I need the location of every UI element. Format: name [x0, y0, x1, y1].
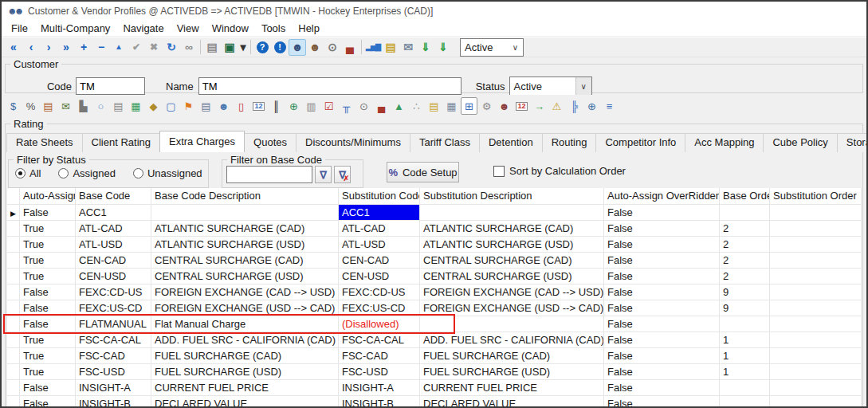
- column-header-auto-assign-overridden[interactable]: Auto-Assign OverRidden: [604, 188, 720, 205]
- cell-sub_order[interactable]: [770, 348, 862, 364]
- cell-sub_order[interactable]: [770, 364, 862, 380]
- notepad-icon[interactable]: ▤: [426, 97, 442, 115]
- menu-item-window[interactable]: Window: [206, 21, 255, 36]
- code-setup-button[interactable]: % Code Setup: [387, 162, 459, 182]
- cell-overridden[interactable]: False: [604, 396, 720, 408]
- customer-status-dropdown[interactable]: Active ∨: [509, 76, 592, 96]
- table-row[interactable]: TrueFSC-CA-CALADD. FUEL SRC - CALIFORNIA…: [6, 332, 862, 348]
- storage-box-icon[interactable]: ▢: [163, 97, 179, 115]
- report-doc-icon[interactable]: ≡: [601, 97, 618, 115]
- cell-sub_order[interactable]: [770, 205, 862, 221]
- tab-extra-charges[interactable]: Extra Charges: [159, 131, 245, 152]
- cell-sub_code[interactable]: ATL-USD: [339, 237, 420, 253]
- cell-auto_assign[interactable]: True: [20, 253, 76, 269]
- print-icon[interactable]: ▤: [110, 97, 127, 115]
- group-icon[interactable]: ∴: [408, 97, 425, 115]
- flag-icon[interactable]: ⚑: [180, 97, 197, 115]
- row-selector-cell[interactable]: [6, 396, 20, 408]
- cell-sub_desc[interactable]: ATLANTIC SURCHARGE (CAD): [420, 221, 604, 237]
- cell-overridden[interactable]: False: [604, 348, 720, 364]
- next-record-icon[interactable]: ›: [40, 39, 57, 56]
- cell-base_desc[interactable]: CENTRAL SURCHARGE (CAD): [151, 253, 339, 269]
- cell-sub_code[interactable]: FEXC:US-CD: [339, 300, 420, 316]
- import-icon[interactable]: ⇓: [417, 39, 434, 56]
- column-header-substitution-description[interactable]: Substitution Description: [420, 188, 604, 205]
- cell-sub_code[interactable]: CEN-CAD: [339, 253, 420, 269]
- cell-base_code[interactable]: FEXC:US-CD: [76, 300, 151, 316]
- cell-sub_desc[interactable]: FUEL SURCHARGE (USD): [420, 364, 604, 380]
- cell-auto_assign[interactable]: True: [20, 364, 76, 380]
- wrench-icon[interactable]: ⚙: [478, 97, 495, 115]
- cell-sub_code[interactable]: INSIGHT-A: [339, 380, 420, 396]
- cell-sub_desc[interactable]: DECLARED VALUE: [420, 396, 604, 408]
- cell-base_desc[interactable]: FUEL SURCHARGE (CAD): [151, 348, 339, 364]
- cell-sub_code[interactable]: ATL-CAD: [339, 221, 420, 237]
- column-header-substitution-order[interactable]: Substitution Order: [770, 188, 862, 205]
- vendor-profile-icon[interactable]: ☻: [306, 39, 324, 56]
- column-header-auto-assign[interactable]: Auto-Assign: [20, 188, 76, 205]
- tab-tariff-class[interactable]: Tariff Class: [410, 133, 480, 152]
- customer-code-input[interactable]: [76, 77, 145, 95]
- cell-base_order[interactable]: [720, 396, 770, 408]
- cell-overridden[interactable]: False: [604, 364, 720, 380]
- cell-base_desc[interactable]: ATLANTIC SURCHARGE (CAD): [151, 221, 339, 237]
- filter-clear-icon[interactable]: ∇✗: [334, 166, 351, 183]
- cell-base_code[interactable]: ATL-CAD: [76, 221, 151, 237]
- cell-sub_order[interactable]: [770, 300, 862, 316]
- globe-icon[interactable]: ⊕: [285, 97, 302, 115]
- cell-auto_assign[interactable]: False: [20, 300, 76, 316]
- cell-base_code[interactable]: CEN-CAD: [76, 253, 151, 269]
- add-record-icon[interactable]: +: [75, 39, 92, 56]
- tab-routing[interactable]: Routing: [542, 133, 597, 152]
- cell-auto_assign[interactable]: True: [20, 332, 76, 348]
- customer-name-input[interactable]: [198, 77, 461, 95]
- cell-overridden[interactable]: False: [604, 316, 720, 332]
- cell-sub_desc[interactable]: [420, 316, 604, 332]
- inventory-icon[interactable]: ▦: [443, 97, 460, 115]
- cell-sub_code[interactable]: (Disallowed): [339, 316, 420, 332]
- radio-unassigned[interactable]: Unassigned: [133, 167, 202, 179]
- cell-sub_desc[interactable]: [420, 205, 604, 221]
- doc-warning-icon[interactable]: ⚠: [548, 97, 565, 115]
- tab-client-rating[interactable]: Client Rating: [82, 133, 160, 152]
- cell-sub_desc[interactable]: FOREIGN EXCHANGE (CAD --> USD): [420, 284, 604, 300]
- cell-base_desc[interactable]: ADD. FUEL SRC - CALIFORNIA (CAD): [151, 332, 339, 348]
- chevron-down-icon[interactable]: ∨: [575, 77, 591, 95]
- cell-base_order[interactable]: [720, 205, 770, 221]
- menu-item-tools[interactable]: Tools: [255, 21, 292, 36]
- tab-discounts-minimums[interactable]: Discounts/Minimums: [296, 133, 410, 152]
- cell-sub_order[interactable]: [770, 316, 862, 332]
- row-selector-cell[interactable]: [6, 364, 20, 380]
- card-icon[interactable]: ▯: [233, 97, 249, 115]
- table-row[interactable]: FalseFEXC:CD-USFOREIGN EXCHANGE (CAD -->…: [6, 284, 862, 300]
- cell-overridden[interactable]: False: [604, 332, 720, 348]
- cell-base_desc[interactable]: FOREIGN EXCHANGE (CAD --> USD): [151, 284, 339, 300]
- cell-sub_order[interactable]: [770, 396, 862, 408]
- barcode-icon[interactable]: ║: [268, 97, 285, 115]
- cell-base_order[interactable]: 2: [720, 253, 770, 269]
- table-row[interactable]: TrueCEN-USDCENTRAL SURCHARGE (USD)CEN-US…: [6, 269, 862, 284]
- menu-item-help[interactable]: Help: [292, 21, 326, 36]
- cell-auto_assign[interactable]: False: [20, 316, 76, 332]
- tab-competitor-info[interactable]: Competitor Info: [595, 133, 685, 152]
- menu-item-view[interactable]: View: [171, 21, 206, 36]
- export-box-icon[interactable]: →: [531, 97, 548, 115]
- row-selector-cell[interactable]: [6, 284, 20, 300]
- column-header-base-order[interactable]: Base Order: [720, 188, 770, 205]
- cell-base_code[interactable]: INSIGHT-B: [76, 396, 151, 408]
- calendar12-icon[interactable]: 12: [513, 97, 530, 115]
- cell-base_code[interactable]: FLATMANUAL: [76, 316, 151, 332]
- table-row[interactable]: TrueFSC-CADFUEL SURCHARGE (CAD)FSC-CADFU…: [6, 348, 862, 364]
- cell-base_desc[interactable]: FOREIGN EXCHANGE (USD --> CAD): [151, 300, 339, 316]
- cell-sub_code[interactable]: FSC-CAD: [339, 348, 420, 364]
- cell-base_desc[interactable]: CENTRAL SURCHARGE (USD): [151, 269, 339, 284]
- mapping-tree-icon[interactable]: ╠: [566, 97, 583, 115]
- row-selector-cell[interactable]: [6, 332, 20, 348]
- cell-base_order[interactable]: 2: [720, 221, 770, 237]
- cell-overridden[interactable]: False: [604, 221, 720, 237]
- table-row[interactable]: TrueFSC-USDFUEL SURCHARGE (USD)FSC-USDFU…: [6, 364, 862, 380]
- cell-overridden[interactable]: False: [604, 253, 720, 269]
- cell-overridden[interactable]: False: [604, 284, 720, 300]
- cell-base_order[interactable]: [720, 380, 770, 396]
- row-selector-header[interactable]: [6, 188, 20, 205]
